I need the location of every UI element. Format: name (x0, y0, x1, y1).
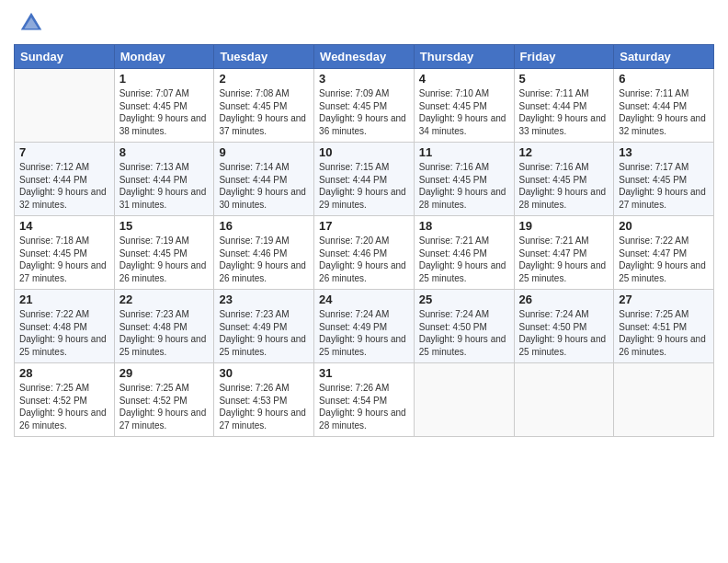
calendar-cell: 22Sunrise: 7:23 AMSunset: 4:48 PMDayligh… (114, 290, 214, 363)
calendar-cell: 23Sunrise: 7:23 AMSunset: 4:49 PMDayligh… (214, 290, 314, 363)
calendar-cell: 29Sunrise: 7:25 AMSunset: 4:52 PMDayligh… (114, 363, 214, 437)
calendar-cell: 25Sunrise: 7:24 AMSunset: 4:50 PMDayligh… (414, 290, 514, 363)
calendar-cell: 24Sunrise: 7:24 AMSunset: 4:49 PMDayligh… (314, 290, 415, 363)
day-number: 7 (19, 145, 109, 159)
day-number: 10 (319, 145, 409, 159)
day-number: 29 (119, 366, 210, 380)
day-info: Sunrise: 7:13 AMSunset: 4:44 PMDaylight:… (119, 161, 210, 211)
calendar-cell: 19Sunrise: 7:21 AMSunset: 4:47 PMDayligh… (514, 216, 614, 290)
day-info: Sunrise: 7:21 AMSunset: 4:46 PMDaylight:… (419, 235, 509, 284)
calendar-week-row: 28Sunrise: 7:25 AMSunset: 4:52 PMDayligh… (15, 363, 714, 437)
calendar-cell: 21Sunrise: 7:22 AMSunset: 4:48 PMDayligh… (15, 290, 115, 363)
calendar-cell: 5Sunrise: 7:11 AMSunset: 4:44 PMDaylight… (514, 69, 614, 143)
day-number: 31 (319, 366, 409, 380)
day-number: 26 (519, 293, 609, 306)
calendar-cell: 10Sunrise: 7:15 AMSunset: 4:44 PMDayligh… (314, 143, 415, 216)
day-number: 9 (219, 145, 309, 159)
day-info: Sunrise: 7:21 AMSunset: 4:47 PMDaylight:… (519, 235, 609, 284)
day-number: 3 (319, 72, 409, 86)
day-info: Sunrise: 7:18 AMSunset: 4:45 PMDaylight:… (19, 235, 109, 284)
calendar-cell: 18Sunrise: 7:21 AMSunset: 4:46 PMDayligh… (414, 216, 514, 290)
calendar-day-header: Tuesday (214, 45, 314, 69)
calendar-cell (614, 363, 714, 437)
day-info: Sunrise: 7:22 AMSunset: 4:47 PMDaylight:… (619, 235, 709, 284)
day-number: 4 (419, 72, 509, 86)
calendar-cell: 27Sunrise: 7:25 AMSunset: 4:51 PMDayligh… (614, 290, 714, 363)
main-container: SundayMondayTuesdayWednesdayThursdayFrid… (0, 0, 728, 563)
calendar-cell: 30Sunrise: 7:26 AMSunset: 4:53 PMDayligh… (214, 363, 314, 437)
day-number: 14 (19, 219, 109, 233)
day-number: 8 (119, 145, 210, 159)
day-info: Sunrise: 7:24 AMSunset: 4:50 PMDaylight:… (419, 308, 509, 358)
day-number: 11 (419, 145, 509, 159)
calendar-cell: 17Sunrise: 7:20 AMSunset: 4:46 PMDayligh… (314, 216, 415, 290)
logo-icon (17, 9, 45, 37)
day-info: Sunrise: 7:25 AMSunset: 4:51 PMDaylight:… (619, 308, 709, 358)
calendar-cell: 9Sunrise: 7:14 AMSunset: 4:44 PMDaylight… (214, 143, 314, 216)
day-info: Sunrise: 7:11 AMSunset: 4:44 PMDaylight:… (519, 87, 609, 137)
calendar-day-header: Thursday (414, 45, 514, 69)
day-number: 25 (419, 293, 509, 306)
day-info: Sunrise: 7:23 AMSunset: 4:48 PMDaylight:… (119, 308, 210, 358)
calendar-cell (414, 363, 514, 437)
day-number: 19 (519, 219, 609, 233)
calendar-cell: 8Sunrise: 7:13 AMSunset: 4:44 PMDaylight… (114, 143, 214, 216)
calendar-cell: 7Sunrise: 7:12 AMSunset: 4:44 PMDaylight… (15, 143, 115, 216)
day-info: Sunrise: 7:25 AMSunset: 4:52 PMDaylight:… (19, 382, 109, 431)
calendar-header-row: SundayMondayTuesdayWednesdayThursdayFrid… (15, 45, 714, 69)
calendar-cell: 11Sunrise: 7:16 AMSunset: 4:45 PMDayligh… (414, 143, 514, 216)
day-number: 17 (319, 219, 409, 233)
day-info: Sunrise: 7:16 AMSunset: 4:45 PMDaylight:… (519, 161, 609, 211)
day-info: Sunrise: 7:14 AMSunset: 4:44 PMDaylight:… (219, 161, 309, 211)
day-number: 1 (119, 72, 210, 86)
calendar-cell (514, 363, 614, 437)
day-number: 30 (219, 366, 309, 380)
day-info: Sunrise: 7:24 AMSunset: 4:50 PMDaylight:… (519, 308, 609, 358)
calendar-cell: 2Sunrise: 7:08 AMSunset: 4:45 PMDaylight… (214, 69, 314, 143)
day-number: 5 (519, 72, 609, 86)
day-info: Sunrise: 7:26 AMSunset: 4:54 PMDaylight:… (319, 382, 409, 431)
calendar-week-row: 1Sunrise: 7:07 AMSunset: 4:45 PMDaylight… (15, 69, 714, 143)
calendar-cell: 15Sunrise: 7:19 AMSunset: 4:45 PMDayligh… (114, 216, 214, 290)
calendar-cell: 26Sunrise: 7:24 AMSunset: 4:50 PMDayligh… (514, 290, 614, 363)
calendar-cell: 6Sunrise: 7:11 AMSunset: 4:44 PMDaylight… (614, 69, 714, 143)
calendar-cell: 14Sunrise: 7:18 AMSunset: 4:45 PMDayligh… (15, 216, 115, 290)
day-info: Sunrise: 7:22 AMSunset: 4:48 PMDaylight:… (19, 308, 109, 358)
day-info: Sunrise: 7:19 AMSunset: 4:45 PMDaylight:… (119, 235, 210, 284)
calendar-cell (15, 69, 115, 143)
day-info: Sunrise: 7:23 AMSunset: 4:49 PMDaylight:… (219, 308, 309, 358)
logo (14, 9, 45, 37)
calendar-cell: 20Sunrise: 7:22 AMSunset: 4:47 PMDayligh… (614, 216, 714, 290)
day-number: 23 (219, 293, 309, 306)
day-info: Sunrise: 7:19 AMSunset: 4:46 PMDaylight:… (219, 235, 309, 284)
day-number: 13 (619, 145, 709, 159)
calendar-cell: 28Sunrise: 7:25 AMSunset: 4:52 PMDayligh… (15, 363, 115, 437)
calendar-day-header: Saturday (614, 45, 714, 69)
day-number: 6 (619, 72, 709, 86)
calendar-day-header: Friday (514, 45, 614, 69)
day-info: Sunrise: 7:24 AMSunset: 4:49 PMDaylight:… (319, 308, 409, 358)
day-info: Sunrise: 7:12 AMSunset: 4:44 PMDaylight:… (19, 161, 109, 211)
day-number: 27 (619, 293, 709, 306)
calendar-cell: 12Sunrise: 7:16 AMSunset: 4:45 PMDayligh… (514, 143, 614, 216)
day-info: Sunrise: 7:15 AMSunset: 4:44 PMDaylight:… (319, 161, 409, 211)
calendar-day-header: Sunday (15, 45, 115, 69)
calendar-day-header: Monday (114, 45, 214, 69)
day-number: 24 (319, 293, 409, 306)
day-number: 21 (19, 293, 109, 306)
day-info: Sunrise: 7:09 AMSunset: 4:45 PMDaylight:… (319, 87, 409, 137)
calendar-cell: 16Sunrise: 7:19 AMSunset: 4:46 PMDayligh… (214, 216, 314, 290)
day-number: 22 (119, 293, 210, 306)
day-number: 28 (19, 366, 109, 380)
day-info: Sunrise: 7:25 AMSunset: 4:52 PMDaylight:… (119, 382, 210, 431)
day-info: Sunrise: 7:26 AMSunset: 4:53 PMDaylight:… (219, 382, 309, 431)
day-info: Sunrise: 7:16 AMSunset: 4:45 PMDaylight:… (419, 161, 509, 211)
day-info: Sunrise: 7:17 AMSunset: 4:45 PMDaylight:… (619, 161, 709, 211)
calendar-cell: 4Sunrise: 7:10 AMSunset: 4:45 PMDaylight… (414, 69, 514, 143)
calendar-cell: 3Sunrise: 7:09 AMSunset: 4:45 PMDaylight… (314, 69, 415, 143)
calendar-day-header: Wednesday (314, 45, 415, 69)
calendar-week-row: 14Sunrise: 7:18 AMSunset: 4:45 PMDayligh… (15, 216, 714, 290)
day-number: 16 (219, 219, 309, 233)
day-number: 12 (519, 145, 609, 159)
header (14, 9, 714, 37)
